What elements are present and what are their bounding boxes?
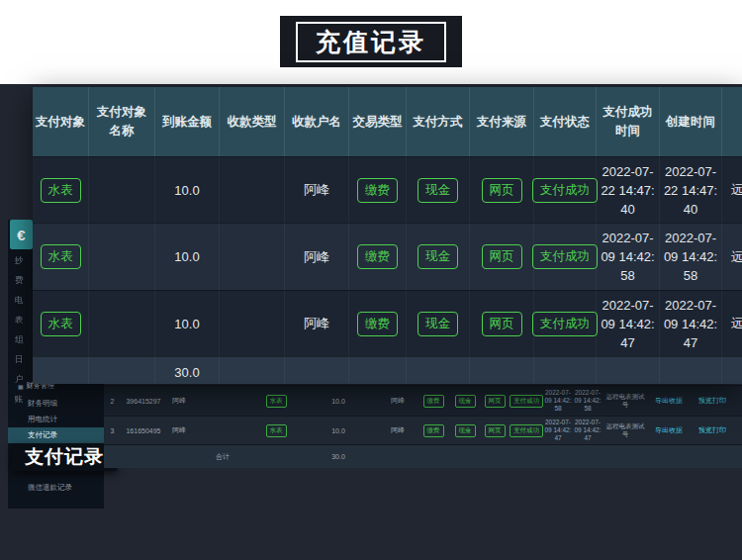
sidebar-collapsed-item[interactable]: 费 bbox=[15, 275, 24, 287]
sidebar-item-0[interactable]: 财务明细 bbox=[8, 396, 104, 412]
sidebar-item-2[interactable]: 支付记录 bbox=[8, 427, 104, 443]
table-cell: 支付成功 bbox=[534, 157, 597, 223]
table-cell: 10.0 bbox=[155, 224, 220, 290]
table-cell bbox=[220, 224, 285, 290]
table-cell: 导出收据 bbox=[647, 417, 691, 444]
sidebar-item-3[interactable]: 微信退款记录 bbox=[8, 480, 104, 496]
table-row: 水表10.0阿峰缴费现金网页支付成功2022-07-09 14:42:47202… bbox=[33, 290, 742, 356]
table-cell: 远程电表测试号 bbox=[722, 224, 742, 290]
table-cell: 10.0 bbox=[155, 157, 220, 223]
export-receipt-link[interactable]: 导出收据 bbox=[655, 396, 683, 406]
table-cell: 2022-07-09 14:42:47 bbox=[572, 417, 603, 444]
column-header: 支付方式 bbox=[407, 87, 470, 156]
column-header: 支付来源 bbox=[470, 87, 534, 156]
column-header: 创建时间 bbox=[660, 87, 722, 156]
status-badge: 支付成功 bbox=[510, 395, 543, 408]
sidebar-collapsed-item[interactable]: 电 bbox=[15, 295, 24, 307]
print-preview-link[interactable]: 预览打印 bbox=[698, 425, 726, 435]
page-header: 充值记录 bbox=[0, 0, 742, 84]
table-cell: 阿峰 bbox=[378, 386, 417, 416]
table-cell: 阿峰 bbox=[378, 417, 417, 444]
status-badge: 缴费 bbox=[357, 178, 398, 203]
table-cell bbox=[603, 445, 647, 468]
column-header: 支付对象 bbox=[33, 87, 89, 156]
table-cell: 远程电表测试号 bbox=[603, 417, 647, 444]
table-cell bbox=[597, 357, 660, 384]
table-cell: 支付成功 bbox=[509, 386, 544, 416]
table-cell bbox=[299, 386, 317, 416]
timestamp: 2022-07-09 14:42:58 bbox=[544, 389, 571, 413]
table-cell: 阿峰 bbox=[285, 291, 349, 356]
table-cell: 支付成功 bbox=[534, 291, 597, 356]
column-header: 收款户名 bbox=[285, 87, 349, 156]
status-badge: 现金 bbox=[455, 424, 476, 437]
status-badge: 缴费 bbox=[357, 244, 398, 269]
table-cell: 水表 bbox=[253, 386, 299, 416]
table-cell bbox=[285, 357, 349, 384]
table-cell: 10.0 bbox=[317, 417, 360, 444]
column-header: 到账金额 bbox=[155, 87, 220, 156]
status-badge: 支付成功 bbox=[510, 424, 543, 437]
status-badge: 水表 bbox=[41, 178, 81, 203]
table-cell: 网页 bbox=[470, 224, 534, 290]
table-cell bbox=[349, 357, 407, 384]
table-cell: 远程电表测试号 bbox=[722, 157, 742, 223]
sidebar-item-1[interactable]: 用电统计 bbox=[8, 412, 104, 427]
status-badge: 现金 bbox=[455, 395, 476, 408]
sidebar-collapsed-item[interactable]: 抄 bbox=[15, 255, 24, 267]
grid-icon: ▦ bbox=[18, 383, 24, 390]
table-cell bbox=[722, 357, 742, 384]
status-badge: 水表 bbox=[41, 312, 81, 336]
table-row: 水表10.0阿峰缴费现金网页支付成功2022-07-09 14:42:58202… bbox=[33, 223, 742, 290]
table-cell: 缴费 bbox=[349, 291, 407, 356]
table-cell: 缴费 bbox=[349, 224, 407, 290]
table-cell bbox=[509, 445, 544, 468]
total-row: 合计30.0 bbox=[104, 444, 742, 468]
table-cell bbox=[378, 445, 417, 468]
table-cell bbox=[104, 445, 121, 468]
table-cell: 2022-07-22 14:47:40 bbox=[597, 157, 660, 223]
table-cell bbox=[89, 291, 155, 356]
table-cell bbox=[660, 357, 722, 384]
table-cell: 缴费 bbox=[417, 417, 449, 444]
table-cell: 2022-07-09 14:42:47 bbox=[660, 291, 722, 356]
status-badge: 网页 bbox=[485, 424, 506, 437]
print-preview-link[interactable]: 预览打印 bbox=[698, 396, 726, 406]
status-badge: 支付成功 bbox=[532, 244, 598, 269]
status-badge: 现金 bbox=[417, 178, 458, 203]
column-header: 支付状态 bbox=[534, 87, 597, 156]
table-cell: 预览打印 bbox=[691, 417, 734, 444]
column-header: 支付成功时间 bbox=[597, 87, 660, 156]
table-cell: 阿峰 bbox=[285, 224, 349, 290]
export-receipt-link[interactable]: 导出收据 bbox=[655, 425, 683, 435]
status-badge: 现金 bbox=[417, 244, 458, 269]
table-cell: 396415297 bbox=[121, 386, 166, 416]
status-badge: 缴费 bbox=[423, 395, 444, 408]
table-cell: 阿峰 bbox=[285, 157, 349, 223]
status-badge: 网页 bbox=[482, 312, 522, 336]
status-badge: 缴费 bbox=[423, 424, 444, 437]
table-header-row: 支付对象支付对象名称到账金额收款类型收款户名交易类型支付方式支付来源支付状态支付… bbox=[33, 87, 742, 156]
table-cell: 2022-07-09 14:42:58 bbox=[544, 386, 572, 416]
table-cell bbox=[89, 224, 155, 290]
table-cell bbox=[360, 445, 378, 468]
timestamp: 2022-07-09 14:42:47 bbox=[544, 419, 571, 442]
status-badge: 水表 bbox=[266, 424, 287, 437]
table-cell: 水表 bbox=[33, 224, 89, 290]
table-cell bbox=[449, 445, 481, 468]
sidebar-collapsed-item[interactable]: 表 bbox=[15, 315, 24, 327]
table-row: 2396415297阿峰水表10.0阿峰缴费现金网页支付成功2022-07-09… bbox=[104, 385, 742, 416]
sidebar-collapsed-item[interactable]: 组 bbox=[15, 334, 24, 346]
table-cell bbox=[192, 417, 253, 444]
table-cell: 水表 bbox=[33, 291, 89, 356]
timestamp: 2022-07-09 14:42:58 bbox=[574, 389, 601, 413]
total-row: 30.0 bbox=[33, 356, 742, 384]
table-cell: 网页 bbox=[481, 417, 509, 444]
app-logo: € bbox=[10, 220, 33, 249]
table-cell: 2022-07-09 14:42:47 bbox=[544, 417, 572, 444]
sidebar-collapsed-item[interactable]: 日 bbox=[15, 354, 24, 366]
table-cell bbox=[89, 357, 155, 384]
table-cell: 网页 bbox=[470, 157, 534, 223]
table-row: 水表10.0阿峰缴费现金网页支付成功2022-07-22 14:47:40202… bbox=[33, 156, 742, 223]
table-cell: 2022-07-09 14:42:47 bbox=[597, 291, 660, 356]
